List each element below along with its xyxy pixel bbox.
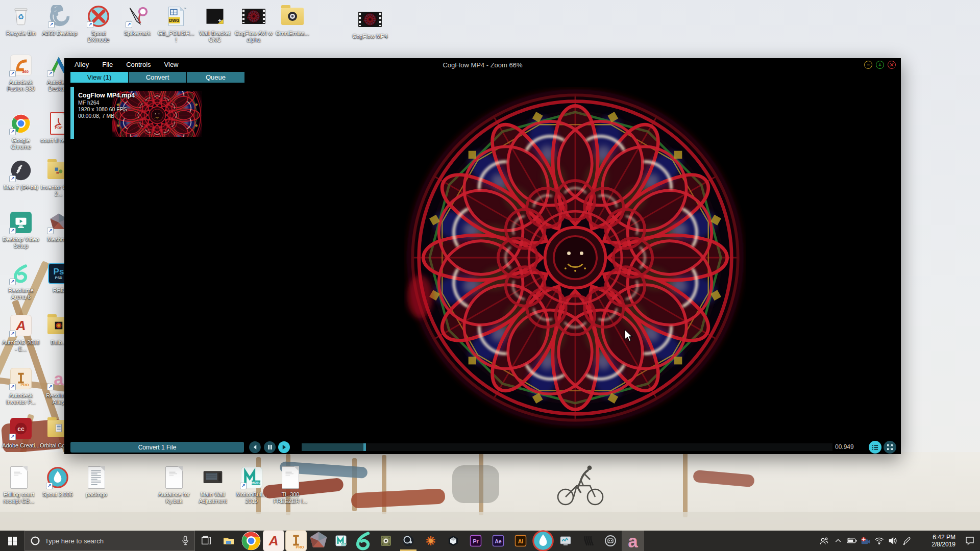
taskbar-icon-cinema4d[interactable] [397, 531, 420, 551]
taskbar-icon-robot[interactable] [599, 531, 622, 551]
desktop-icon-a360-desktop[interactable]: ↗A360 Desktop [41, 4, 79, 37]
desktop-icon-recycle-bin[interactable]: ♻Recycle Bin [2, 4, 40, 37]
dwg-file-icon: DWG™ [164, 4, 188, 29]
search-box[interactable]: Type here to search [24, 531, 195, 551]
shortcut-arrow-badge: ↗ [87, 21, 93, 28]
desktop-icon-spout-dxmode[interactable]: ↗Spout DXmode [80, 4, 117, 43]
desktop-icon-label: AutoCAD 2018 - E... [2, 339, 40, 353]
maximize-button[interactable]: + [876, 61, 884, 69]
desktop-icon-motionbuil-2019[interactable]: MOBU↗MotionBuil... 2019 [233, 465, 271, 505]
taskbar-icon-after-effects[interactable]: Ae [487, 531, 509, 551]
taskbar-icon-task-view[interactable] [195, 531, 217, 551]
desktop-icon-gb-polish[interactable]: DWG™GB_POLISH...! [157, 4, 195, 43]
fullscreen-button[interactable] [884, 441, 896, 454]
desktop-icon-tl-300-freezer-i[interactable]: TL-300 FREEZER I... [272, 465, 309, 505]
wallpaper-beach-strip [0, 452, 980, 531]
taskbar-icon-motionbuilder[interactable]: MOBU [330, 531, 352, 551]
microphone-icon[interactable] [181, 536, 189, 546]
pause-button[interactable] [264, 441, 276, 453]
taskbar-icon-inventor-pro[interactable]: PRO [285, 531, 307, 551]
search-placeholder: Type here to search [45, 537, 177, 545]
close-button[interactable]: ✕ [888, 61, 896, 69]
taskbar-icon-alley-a[interactable]: a [622, 531, 644, 551]
menu-view[interactable]: View [158, 58, 185, 71]
svg-text:A: A [15, 318, 26, 333]
step-back-button[interactable] [249, 441, 261, 453]
playlist-button[interactable] [869, 441, 881, 454]
action-center-button[interactable] [960, 531, 980, 551]
tray-battery-charging-icon[interactable] [845, 531, 859, 551]
taskbar-icon-spout-plugin[interactable] [375, 531, 397, 551]
shortcut-arrow-badge: ↗ [126, 21, 132, 28]
tray-volume-icon[interactable] [886, 531, 900, 551]
desktop-icon-cogflow-mp4[interactable]: CogFlow MP4 [351, 7, 389, 40]
desktop-icon-label: MotionBuil... 2019 [233, 491, 271, 505]
taskbar-clock[interactable]: 6:42 PM 2/8/2019 [917, 534, 955, 548]
svg-text:cc: cc [17, 425, 24, 433]
wallpaper-cyclist [549, 463, 610, 507]
playhead[interactable] [363, 443, 366, 451]
svg-text:a: a [54, 369, 64, 389]
desktop-icon-desktop-video-setup[interactable]: ↗Desktop Video Setup [2, 210, 40, 249]
desktop-icon-resolume-arena-6[interactable]: ↗Resolume Arena 6 [2, 261, 40, 300]
chrome-icon: ↗ [9, 111, 33, 136]
tab-view-1[interactable]: View (1) [70, 72, 128, 83]
file-list-item[interactable]: CogFlow MP4.mp4 MF h264 980 x 551 60 F… [70, 87, 203, 139]
desktop-icon-cogflow-avi-w-alpha[interactable]: CogFlow AVI w alpha [235, 4, 273, 43]
desktop-icon-omniemiss[interactable]: OmniEmiss... [274, 4, 311, 37]
a360-icon: ↗ [47, 4, 72, 29]
desktop-icon-wall-bracket-cnc[interactable]: Wall Bracket CNC [196, 4, 234, 43]
taskbar-icon-illustrator[interactable]: Ai [509, 531, 532, 551]
taskbar-icon-capture-monitor[interactable] [554, 531, 577, 551]
start-button[interactable] [0, 531, 24, 551]
menu-file[interactable]: File [95, 58, 119, 71]
minimize-button[interactable]: − [864, 61, 872, 69]
recycle-bin-icon: ♻ [9, 4, 33, 29]
convert-button[interactable]: Convert 1 File [70, 442, 244, 453]
spout-drop-icon: ↗ [45, 465, 70, 490]
taskbar-icon-autocad[interactable]: A [262, 531, 285, 551]
taskbar-icon-resolume6[interactable] [352, 531, 375, 551]
desktop-icon-autocad-2018-e[interactable]: A↗AutoCAD 2018 - E... [2, 313, 40, 353]
desktop-icon-spout-2-006[interactable]: ↗Spout 2.006 [39, 465, 77, 498]
desktop-icon-main-wall-adjustment[interactable]: Main Wall Adjustment [194, 465, 232, 505]
menu-bar: AlleyFileControlsView CogFlow MP4 - Zoom… [64, 58, 901, 71]
tray-windows-ink-pen-icon[interactable] [900, 531, 914, 551]
doc-lines-icon [84, 465, 109, 490]
taskbar-icon-premiere[interactable]: Pr [464, 531, 487, 551]
desktop-icon-label: Resolume Arena 6 [2, 287, 40, 300]
desktop-icon-autodesk-inventor-p[interactable]: PRO↗Autodesk Inventor P... [2, 366, 40, 406]
timeline-scrubber[interactable] [302, 443, 832, 451]
resolume6-icon: ↗ [9, 261, 33, 286]
desktop-icon-audaince-for-ky-bak[interactable]: Audaince for Ky.bak [155, 465, 193, 505]
desktop-icon-packngo[interactable]: packngo [78, 465, 115, 498]
desktop-icon-label: Desktop Video Setup [2, 236, 40, 249]
desktop-icon-adobe-creati[interactable]: cc↗Adobe Creati... [2, 416, 40, 449]
cnc-icon [203, 4, 227, 29]
tray-camera-blocked-icon[interactable] [859, 531, 872, 551]
menu-controls[interactable]: Controls [119, 58, 157, 71]
taskbar-icon-chrome[interactable] [240, 531, 262, 551]
desktop-icon-max-7-64-bit[interactable]: ↗Max 7 (64-bit) [2, 158, 40, 191]
menu-alley[interactable]: Alley [64, 58, 95, 71]
tray-people-icon[interactable] [817, 531, 831, 551]
taskbar-icon-embergen[interactable] [420, 531, 442, 551]
tray-chevron-up-icon[interactable] [831, 531, 845, 551]
taskbar-icon-spout-drop[interactable] [532, 531, 554, 551]
taskbar-icon-zbrush[interactable] [577, 531, 599, 551]
taskbar-icon-unity[interactable] [442, 531, 464, 551]
desktop-icon-label: Wall Bracket CNC [196, 30, 234, 43]
play-button[interactable] [278, 441, 290, 453]
desktop-icon-autodesk-fusion-360[interactable]: 360↗Autodesk Fusion 360 [2, 53, 40, 92]
inventor-pro-icon: PRO↗ [9, 366, 33, 391]
desktop-icon-label: OmniEmiss... [274, 30, 311, 37]
desktop-icon-google-chrome[interactable]: ↗Google Chrome [2, 111, 40, 151]
tab-queue[interactable]: Queue [187, 72, 244, 83]
tray-wifi-icon[interactable] [872, 531, 886, 551]
spout-x-icon: ↗ [86, 4, 111, 29]
desktop-icon-efilling-court-receipt-gb[interactable]: Efilling court receipt GB... [0, 465, 38, 505]
taskbar-icon-meshmixer[interactable] [307, 531, 330, 551]
taskbar-icon-file-explorer[interactable] [217, 531, 240, 551]
tab-convert[interactable]: Convert [129, 72, 186, 83]
desktop-icon-spikemark[interactable]: ↗Spikemark [118, 4, 156, 37]
